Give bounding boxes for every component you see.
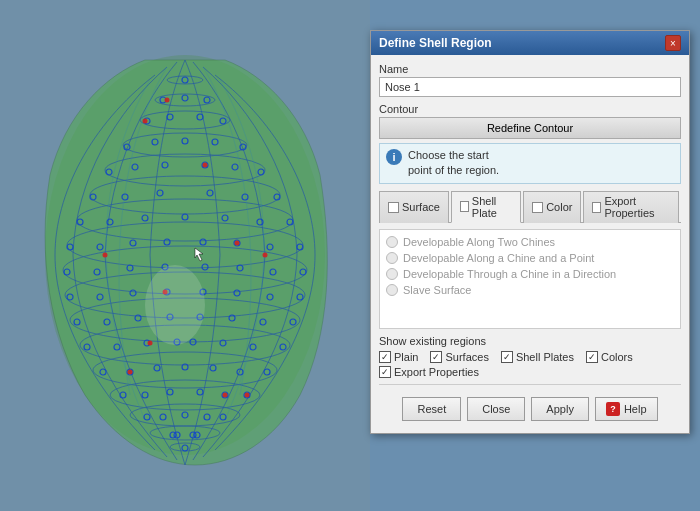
info-icon: i <box>386 149 402 165</box>
plain-label: Plain <box>394 351 418 363</box>
surfaces-label: Surfaces <box>445 351 488 363</box>
radio-two-chines-label: Developable Along Two Chines <box>403 236 555 248</box>
tab-color-checkbox[interactable] <box>532 202 543 213</box>
export-properties-label: Export Properties <box>394 366 479 378</box>
info-text: Choose the startpoint of the region. <box>408 148 499 179</box>
canvas-area <box>0 0 370 511</box>
tab-shell-plate[interactable]: Shell Plate <box>451 191 521 223</box>
radio-chine-point-btn[interactable] <box>386 252 398 264</box>
svg-point-114 <box>143 119 148 124</box>
tab-shell-plate-checkbox[interactable] <box>460 201 469 212</box>
svg-point-119 <box>203 163 208 168</box>
tab-export-properties[interactable]: Export Properties <box>583 191 679 223</box>
plain-checkbox[interactable]: ✓ <box>379 351 391 363</box>
help-button[interactable]: ? Help <box>595 397 658 421</box>
check-shell-plates: ✓ Shell Plates <box>501 351 574 363</box>
dialog: Define Shell Region × Name Contour Redef… <box>370 30 690 434</box>
colors-label: Colors <box>601 351 633 363</box>
help-label: Help <box>624 403 647 415</box>
svg-point-123 <box>245 393 250 398</box>
name-input[interactable] <box>379 77 681 97</box>
reset-button[interactable]: Reset <box>402 397 461 421</box>
check-plain: ✓ Plain <box>379 351 418 363</box>
radio-two-chines-btn[interactable] <box>386 236 398 248</box>
svg-point-122 <box>148 341 153 346</box>
radio-chine-direction: Developable Through a Chine in a Directi… <box>386 268 674 280</box>
tab-surface[interactable]: Surface <box>379 191 449 223</box>
radio-chine-direction-label: Developable Through a Chine in a Directi… <box>403 268 616 280</box>
export-properties-checkbox[interactable]: ✓ <box>379 366 391 378</box>
tab-color[interactable]: Color <box>523 191 581 223</box>
button-row: Reset Close Apply ? Help <box>379 391 681 425</box>
tab-bar: Surface Shell Plate Color Export Propert… <box>379 190 681 223</box>
radio-chine-direction-btn[interactable] <box>386 268 398 280</box>
svg-point-115 <box>263 253 268 258</box>
name-label: Name <box>379 63 681 75</box>
radio-developable-two-chines: Developable Along Two Chines <box>386 236 674 248</box>
svg-point-121 <box>235 241 240 246</box>
svg-point-118 <box>128 370 133 375</box>
radio-slave-surface: Slave Surface <box>386 284 674 296</box>
svg-point-125 <box>145 265 205 345</box>
surfaces-checkbox[interactable]: ✓ <box>430 351 442 363</box>
tab-export-properties-checkbox[interactable] <box>592 202 601 213</box>
help-icon: ? <box>606 402 620 416</box>
radio-slave-surface-btn[interactable] <box>386 284 398 296</box>
shell-plates-label: Shell Plates <box>516 351 574 363</box>
check-surfaces: ✓ Surfaces <box>430 351 488 363</box>
radio-chine-point-label: Developable Along a Chine and a Point <box>403 252 594 264</box>
dialog-content: Name Contour Redefine Contour i Choose t… <box>371 55 689 433</box>
radio-chine-and-point: Developable Along a Chine and a Point <box>386 252 674 264</box>
dialog-title: Define Shell Region <box>379 36 492 50</box>
check-export-properties: ✓ Export Properties <box>379 366 479 378</box>
svg-point-117 <box>223 393 228 398</box>
shell-plates-checkbox[interactable]: ✓ <box>501 351 513 363</box>
colors-checkbox[interactable]: ✓ <box>586 351 598 363</box>
close-button-bottom[interactable]: Close <box>467 397 525 421</box>
apply-button[interactable]: Apply <box>531 397 589 421</box>
tab-shell-plate-label: Shell Plate <box>472 195 512 219</box>
contour-label: Contour <box>379 103 681 115</box>
check-colors: ✓ Colors <box>586 351 633 363</box>
show-existing-label: Show existing regions <box>379 335 681 347</box>
tab-export-properties-label: Export Properties <box>604 195 670 219</box>
close-button[interactable]: × <box>665 35 681 51</box>
redefine-contour-button[interactable]: Redefine Contour <box>379 117 681 139</box>
tab-color-label: Color <box>546 201 572 213</box>
divider <box>379 384 681 385</box>
options-area: Developable Along Two Chines Developable… <box>379 229 681 329</box>
svg-point-116 <box>103 253 108 258</box>
svg-point-124 <box>165 98 170 103</box>
checkbox-row-1: ✓ Plain ✓ Surfaces ✓ Shell Plates ✓ Colo… <box>379 351 681 363</box>
checkbox-row-2: ✓ Export Properties <box>379 366 681 378</box>
radio-slave-surface-label: Slave Surface <box>403 284 471 296</box>
info-box: i Choose the startpoint of the region. <box>379 143 681 184</box>
tab-surface-checkbox[interactable] <box>388 202 399 213</box>
dialog-titlebar: Define Shell Region × <box>371 31 689 55</box>
tab-surface-label: Surface <box>402 201 440 213</box>
